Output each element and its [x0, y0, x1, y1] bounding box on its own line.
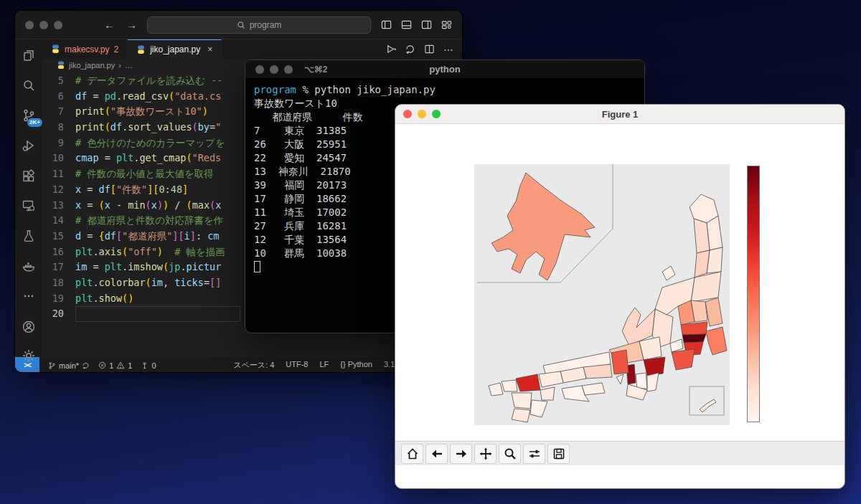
prefecture-chiba: [706, 327, 727, 355]
testing-icon[interactable]: [21, 229, 37, 243]
prefecture-yamanashi: [670, 339, 683, 352]
subplots-button[interactable]: [523, 444, 545, 464]
prefecture-saga: [502, 380, 517, 391]
prefecture-yamaguchi: [539, 371, 563, 387]
sync-icon[interactable]: [82, 361, 90, 370]
japan-map-svg: [474, 164, 730, 425]
remote-explorer-icon[interactable]: [21, 199, 37, 213]
prefecture-nagasaki: [489, 383, 503, 396]
prefecture-sado: [662, 266, 675, 280]
run-debug-icon[interactable]: [21, 138, 37, 153]
maximize-button[interactable]: [54, 21, 62, 29]
tab-bar: makecsv.py 2 jiko_japan.py × ⋯: [42, 39, 462, 59]
python-file-icon: [57, 61, 65, 70]
minimize-button[interactable]: [39, 21, 48, 29]
toggle-panel-icon[interactable]: [401, 19, 412, 30]
problems-item[interactable]: 1 1: [98, 361, 132, 370]
figure-window: Figure 1: [395, 104, 845, 489]
prefecture-shizuoka: [672, 349, 695, 370]
command-center[interactable]: program: [147, 16, 371, 34]
activity-bar: 2K+: [15, 39, 42, 357]
workspace-name: program: [250, 20, 282, 30]
prefecture-oita: [540, 387, 555, 400]
more-views-icon[interactable]: [21, 289, 37, 303]
prefecture-hokkaido: [491, 173, 595, 280]
prefecture-tokyo: [682, 334, 706, 343]
run-restart-icon[interactable]: [405, 44, 415, 54]
branch-name: main*: [59, 361, 79, 370]
error-icon: [98, 361, 106, 369]
figure-titlebar[interactable]: Figure 1: [395, 105, 844, 124]
save-button[interactable]: [547, 444, 570, 464]
prefecture-ibaraki: [705, 298, 723, 326]
terminal-cursor: [254, 261, 260, 272]
close-button[interactable]: [25, 21, 34, 29]
prefecture-kagoshima: [512, 409, 530, 422]
japan-choropleth-map: [474, 164, 730, 425]
settings-gear-icon[interactable]: [21, 348, 37, 363]
toggle-sidebar-icon[interactable]: [381, 19, 392, 30]
prefecture-kumamoto: [512, 393, 532, 409]
status-item[interactable]: UTF-8: [286, 360, 308, 371]
figure-title: Figure 1: [395, 109, 844, 120]
zoom-button[interactable]: [499, 444, 521, 464]
docker-icon[interactable]: [21, 259, 37, 273]
toggle-secondary-sidebar-icon[interactable]: [421, 19, 432, 30]
figure-canvas: [395, 124, 844, 465]
prefecture-nara: [636, 373, 647, 389]
tab-close-icon[interactable]: ×: [207, 44, 212, 54]
tab-makecsv[interactable]: makecsv.py 2: [42, 39, 128, 59]
prefecture-fukuoka: [516, 374, 540, 391]
prefecture-aichi: [644, 357, 665, 376]
source-control-icon[interactable]: 2K+: [21, 108, 37, 123]
colorbar: [747, 166, 760, 422]
history-back-icon[interactable]: ←: [104, 19, 115, 31]
vscode-traffic-lights[interactable]: [25, 21, 62, 29]
back-button[interactable]: [425, 444, 448, 464]
python-file-icon: [136, 45, 146, 54]
scm-badge: 2K+: [27, 118, 42, 127]
figure-toolbar: [395, 441, 844, 465]
customize-layout-icon[interactable]: [441, 19, 452, 30]
account-icon[interactable]: [21, 319, 37, 335]
desktop: ← → program: [0, 0, 861, 504]
more-actions-icon[interactable]: ⋯: [443, 44, 453, 55]
prefecture-okinawa: [700, 399, 716, 412]
python-file-icon: [51, 44, 60, 54]
forward-button[interactable]: [450, 444, 472, 464]
run-python-file-icon[interactable]: [385, 44, 396, 54]
tab-jiko-japan[interactable]: jiko_japan.py ×: [128, 39, 222, 59]
status-item[interactable]: スペース: 4: [233, 360, 274, 371]
tab-problems-badge: 2: [113, 44, 118, 54]
prefecture-hyogo: [611, 350, 629, 374]
search-icon[interactable]: [21, 78, 37, 92]
search-icon: [237, 21, 245, 29]
prefecture-miyazaki: [530, 400, 547, 417]
prefecture-okayama: [583, 364, 612, 379]
terminal-title: python: [245, 64, 644, 75]
radio-tower-icon: [141, 361, 149, 369]
vscode-titlebar[interactable]: ← → program: [15, 11, 462, 39]
explorer-icon[interactable]: [21, 48, 37, 62]
history-forward-icon[interactable]: →: [126, 19, 137, 31]
split-editor-icon[interactable]: [424, 44, 435, 54]
prefecture-kagawa-tokushima: [582, 383, 605, 395]
prefecture-awaji: [616, 374, 624, 384]
terminal-titlebar[interactable]: ⌥⌘2 python: [245, 60, 644, 78]
pan-button[interactable]: [474, 444, 497, 464]
extensions-icon[interactable]: [21, 168, 37, 183]
breadcrumb-file: jiko_japan.py: [69, 61, 115, 70]
home-button[interactable]: [401, 444, 423, 464]
status-item[interactable]: {} Python: [340, 360, 372, 371]
tab-label: makecsv.py: [65, 44, 109, 54]
git-branch-icon: [48, 361, 56, 370]
warning-icon: [116, 361, 125, 369]
terminal-line: program % python jiko_japan.py: [254, 83, 636, 97]
status-item[interactable]: LF: [319, 360, 329, 371]
tab-label: jiko_japan.py: [150, 44, 200, 54]
prefecture-mie: [647, 373, 659, 391]
ports-item[interactable]: 0: [141, 361, 156, 370]
branch-item[interactable]: main*: [48, 361, 90, 370]
